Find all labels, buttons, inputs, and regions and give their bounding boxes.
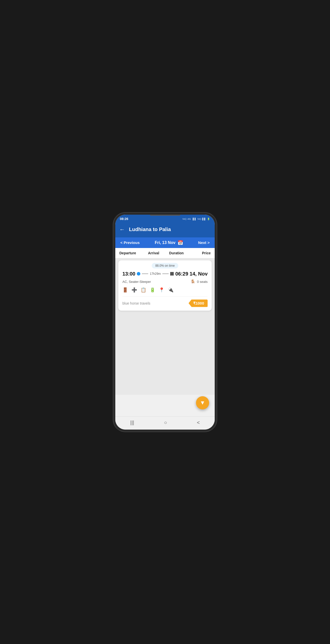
info-row: AC, Seater-Sleeper 🪑 0 seats [122, 279, 208, 284]
amenity-water-icon: 🔋 [150, 287, 155, 293]
journey-line-right [162, 274, 169, 274]
calendar-icon[interactable]: 📅 [178, 240, 183, 245]
col-duration: Duration [165, 251, 188, 255]
col-departure: Departure [119, 251, 142, 255]
filter-icon: ▼ [200, 400, 205, 406]
operator-name: blue horse travels [122, 301, 150, 305]
duration-text: 17h29m [150, 272, 161, 276]
main-content: 88.0% on time 13:00 17h29m 06:29 14, Nov… [115, 258, 215, 395]
column-headers: Departure Arrival Duration Price [115, 248, 215, 258]
seat-icon: 🪑 [190, 279, 195, 284]
amenity-charging-icon: 🔌 [168, 287, 173, 293]
amenity-location-icon: 📍 [159, 287, 164, 293]
filter-button[interactable]: ▼ [196, 396, 209, 409]
app-header: ← Ludhiana to Palia [115, 223, 215, 237]
seats-info: 🪑 0 seats [190, 279, 208, 284]
seats-count: 0 seats [197, 280, 208, 284]
arrival-square [170, 272, 174, 276]
back-nav-button[interactable]: < [197, 420, 200, 426]
amenity-blanket-icon: 📋 [141, 287, 146, 293]
journey-line-left [142, 274, 148, 274]
on-time-badge: 88.0% on time [152, 263, 178, 268]
bus-card[interactable]: 88.0% on time 13:00 17h29m 06:29 14, Nov… [118, 260, 212, 311]
next-date-button[interactable]: Next > [198, 240, 210, 245]
journey-row: 13:00 17h29m 06:29 14, Nov [122, 271, 208, 277]
departure-dot [137, 272, 140, 276]
status-time: 08:26 [120, 217, 128, 221]
date-label: Fri, 13 Nov [155, 240, 175, 245]
col-arrival: Arrival [142, 251, 165, 255]
departure-time: 13:00 [122, 271, 135, 277]
arrival-time: 06:29 14, Nov [175, 271, 208, 277]
amenity-medical-icon: ➕ [131, 287, 137, 293]
current-date: Fri, 13 Nov 📅 [155, 240, 183, 245]
amenity-door-icon: 🚪 [122, 287, 128, 293]
price-tag[interactable]: ₹1000 [189, 300, 208, 307]
network-icons: Vo) 4G ▌▌ Vo) ▌▌ 🔋 [182, 218, 210, 220]
bus-type: AC, Seater-Sleeper [122, 280, 151, 284]
bottom-navigation: ||| ○ < [115, 416, 215, 430]
date-navigation: < Previous Fri, 13 Nov 📅 Next > [115, 237, 215, 248]
home-button[interactable]: ○ [164, 420, 167, 426]
page-title: Ludhiana to Palia [129, 227, 171, 232]
bus-card-body: 13:00 17h29m 06:29 14, Nov AC, Seater-Sl… [118, 270, 212, 311]
status-bar: 08:26 Vo) 4G ▌▌ Vo) ▌▌ 🔋 [115, 215, 215, 223]
col-price: Price [188, 251, 211, 255]
price-value: ₹1000 [193, 301, 204, 305]
back-button[interactable]: ← [119, 226, 125, 233]
bottom-row: blue horse travels ₹1000 [122, 300, 208, 307]
status-icons: Vo) 4G ▌▌ Vo) ▌▌ 🔋 [182, 218, 210, 220]
amenities-row: 🚪 ➕ 📋 🔋 📍 🔌 [122, 287, 208, 296]
recents-button[interactable]: ||| [130, 420, 134, 426]
previous-date-button[interactable]: < Previous [120, 240, 140, 245]
